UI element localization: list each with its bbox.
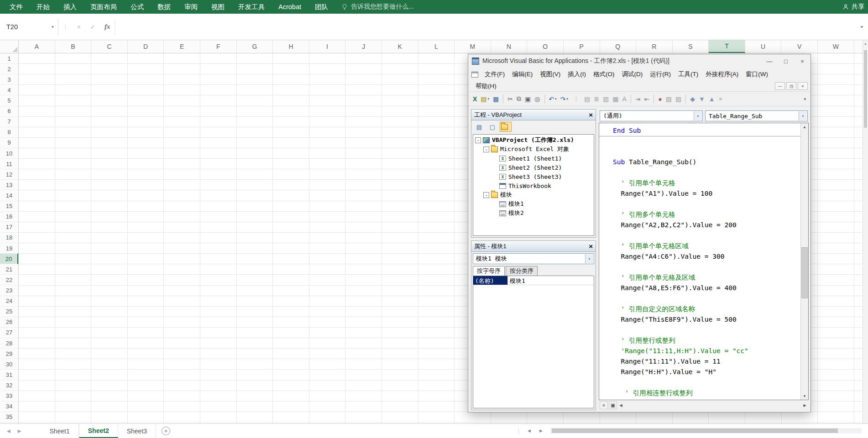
properties-panel-close-icon[interactable]: × xyxy=(589,243,593,250)
row-header-18[interactable]: 18 xyxy=(0,233,18,243)
full-module-view-button[interactable]: ▣ xyxy=(609,402,617,409)
row-header-1[interactable]: 1 xyxy=(0,53,18,64)
column-header-M[interactable]: M xyxy=(455,40,491,53)
name-box-dropdown-icon[interactable]: ▾ xyxy=(52,24,58,29)
ribbon-tab-页面布局[interactable]: 页面布局 xyxy=(84,0,124,14)
column-header-J[interactable]: J xyxy=(345,40,382,53)
tree-expander-icon[interactable]: - xyxy=(483,146,489,152)
row-header-7[interactable]: 7 xyxy=(0,117,18,127)
vba-minimize-button[interactable]: — xyxy=(761,54,778,68)
row-header-21[interactable]: 21 xyxy=(0,264,18,275)
row-header-22[interactable]: 22 xyxy=(0,275,18,285)
tree-item-Microsoft Excel 对象[interactable]: -Microsoft Excel 对象 xyxy=(473,145,594,154)
save-button[interactable]: ▦ xyxy=(491,94,501,104)
row-header-6[interactable]: 6 xyxy=(0,106,18,117)
properties-panel-header[interactable]: 属性 - 模块1 × xyxy=(471,241,596,252)
ribbon-tab-视图[interactable]: 视图 xyxy=(204,0,231,14)
row-header-20[interactable]: 20 xyxy=(0,254,18,264)
column-header-S[interactable]: S xyxy=(673,40,709,53)
code-scroll-thumb[interactable] xyxy=(801,247,808,298)
scroll-right-icon[interactable]: ▶ xyxy=(801,402,809,409)
sheet-nav-right-icon[interactable]: ▶ xyxy=(18,428,21,433)
column-header-O[interactable]: O xyxy=(527,40,564,53)
tree-item-VBAProject (工作簿2.xls)[interactable]: -VBAProject (工作簿2.xls) xyxy=(473,136,594,145)
undo-button[interactable]: ↶▾ xyxy=(547,94,559,104)
row-header-33[interactable]: 33 xyxy=(0,391,18,402)
ribbon-tab-Acrobat[interactable]: Acrobat xyxy=(272,0,308,14)
ribbon-tab-公式[interactable]: 公式 xyxy=(124,0,151,14)
insert-userform-button[interactable]: ▤▾ xyxy=(479,94,491,104)
vba-maximize-button[interactable]: □ xyxy=(778,54,794,68)
column-header-A[interactable]: A xyxy=(19,40,55,53)
tree-item-ThisWorkbook[interactable]: ThisWorkbook xyxy=(473,181,594,190)
tab-categorized[interactable]: 按分类序 xyxy=(506,266,538,276)
ribbon-tab-插入[interactable]: 插入 xyxy=(57,0,84,14)
row-header-34[interactable]: 34 xyxy=(0,402,18,412)
column-header-L[interactable]: L xyxy=(418,40,455,53)
column-header-U[interactable]: U xyxy=(745,40,782,53)
vba-menu-外接程序(A)[interactable]: 外接程序(A) xyxy=(702,69,742,80)
row-header-17[interactable]: 17 xyxy=(0,222,18,233)
property-name-cell[interactable]: (名称) xyxy=(473,276,508,285)
row-header-3[interactable]: 3 xyxy=(0,74,18,85)
module-close-button[interactable]: × xyxy=(798,82,808,90)
ribbon-tab-审阅[interactable]: 审阅 xyxy=(178,0,204,14)
row-header-5[interactable]: 5 xyxy=(0,95,18,106)
ribbon-tab-数据[interactable]: 数据 xyxy=(151,0,178,14)
vba-menu-调试(D)[interactable]: 调试(D) xyxy=(618,69,647,80)
ribbon-tab-团队[interactable]: 团队 xyxy=(308,0,335,14)
horizontal-scrollbar[interactable] xyxy=(550,428,862,433)
project-panel-header[interactable]: 工程 - VBAProject × xyxy=(471,110,596,120)
hscroll-right-icon[interactable]: ▶ xyxy=(539,423,543,438)
insert-function-icon[interactable]: fx xyxy=(100,23,115,31)
name-box[interactable]: T20 ▾ xyxy=(0,18,58,36)
tree-expander-icon[interactable]: - xyxy=(475,137,481,143)
code-editor[interactable]: End SubSub Table_Range_Sub() ' 引用单个单元格 R… xyxy=(599,123,809,400)
row-header-25[interactable]: 25 xyxy=(0,307,18,317)
tree-item-模块1[interactable]: 模块1 xyxy=(473,199,594,209)
column-header-G[interactable]: G xyxy=(237,40,273,53)
column-header-R[interactable]: R xyxy=(636,40,673,53)
vba-close-button[interactable]: × xyxy=(794,54,810,68)
sheet-tab-Sheet3[interactable]: Sheet3 xyxy=(118,424,156,438)
code-vertical-scrollbar[interactable]: ▲ ▼ xyxy=(800,123,808,400)
sheetbar-splitter[interactable]: ⋮ xyxy=(516,423,522,438)
vba-menu-编辑(E)[interactable]: 编辑(E) xyxy=(508,69,536,80)
formula-bar-expand-icon[interactable]: ▾ xyxy=(856,24,868,29)
row-header-35[interactable]: 35 xyxy=(0,412,18,422)
tree-item-Sheet1 (Sheet1)[interactable]: Sheet1 (Sheet1) xyxy=(473,154,594,163)
row-header-8[interactable]: 8 xyxy=(0,127,18,138)
ribbon-tab-开发工具[interactable]: 开发工具 xyxy=(231,0,272,14)
row-header-16[interactable]: 16 xyxy=(0,212,18,222)
row-header-10[interactable]: 10 xyxy=(0,148,18,159)
tree-item-模块2[interactable]: 模块2 xyxy=(473,209,594,218)
column-header-Q[interactable]: Q xyxy=(600,40,637,53)
row-header-15[interactable]: 15 xyxy=(0,201,18,212)
row-header-2[interactable]: 2 xyxy=(0,64,18,74)
vba-menu-插入(I)[interactable]: 插入(I) xyxy=(564,69,590,80)
column-header-T[interactable]: T xyxy=(709,40,745,53)
row-header-29[interactable]: 29 xyxy=(0,349,18,359)
procedure-view-button[interactable]: ≡ xyxy=(600,402,608,409)
column-header-P[interactable]: P xyxy=(564,40,600,53)
row-header-12[interactable]: 12 xyxy=(0,169,18,180)
column-header-I[interactable]: I xyxy=(309,40,346,53)
formula-input[interactable] xyxy=(115,18,856,36)
chevron-down-icon[interactable]: ▾ xyxy=(694,111,702,120)
toolbar-grip[interactable]: ⋮ xyxy=(573,95,579,102)
column-header-K[interactable]: K xyxy=(382,40,418,53)
row-header-26[interactable]: 26 xyxy=(0,317,18,328)
module-restore-button[interactable]: ◳ xyxy=(786,82,796,90)
formula-bar-grip[interactable]: ⋮ xyxy=(58,23,73,30)
column-header-B[interactable]: B xyxy=(55,40,92,53)
module-minimize-button[interactable]: — xyxy=(775,82,785,90)
row-header-32[interactable]: 32 xyxy=(0,380,18,391)
view-object-button[interactable]: ▢ xyxy=(486,122,498,132)
share-button[interactable]: 共享 xyxy=(842,0,864,14)
vba-titlebar[interactable]: Microsoft Visual Basic for Applications … xyxy=(468,54,810,68)
column-header-V[interactable]: V xyxy=(781,40,818,53)
vertical-scroll-thumb[interactable] xyxy=(864,50,867,128)
tree-item-模块[interactable]: -模块 xyxy=(473,190,594,199)
copy-button[interactable]: ⧉ xyxy=(515,94,523,104)
vba-menu-运行(R)[interactable]: 运行(R) xyxy=(646,69,675,80)
